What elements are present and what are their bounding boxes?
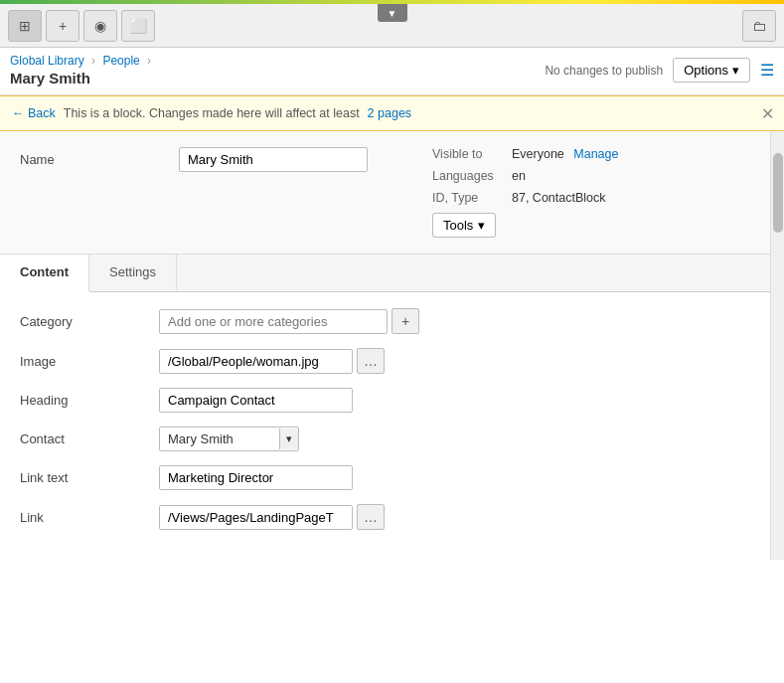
- folder-btn[interactable]: 🗀: [742, 10, 776, 42]
- grid-view-button[interactable]: ☰: [760, 61, 774, 80]
- link-input[interactable]: [159, 505, 353, 530]
- manage-link[interactable]: Manage: [573, 147, 618, 161]
- category-input-group: +: [159, 308, 419, 334]
- name-row: Name: [20, 147, 412, 172]
- image-input-group: …: [159, 348, 385, 374]
- contact-select-value: Mary Smith: [160, 427, 279, 450]
- image-label: Image: [20, 354, 159, 369]
- visible-value: Everyone Manage: [512, 147, 618, 161]
- link-browse-button[interactable]: …: [357, 504, 385, 530]
- languages-label: Languages: [432, 169, 512, 183]
- layout-btn[interactable]: ⬜: [121, 10, 155, 42]
- top-arrow-tab[interactable]: ▼: [378, 4, 407, 22]
- image-row: Image …: [20, 348, 750, 374]
- category-add-button[interactable]: +: [392, 308, 419, 334]
- heading-label: Heading: [20, 393, 159, 408]
- notice-pages-link[interactable]: 2 pages: [368, 106, 411, 120]
- scrollbar[interactable]: [770, 131, 784, 560]
- languages-row: Languages en: [432, 169, 750, 183]
- content-form: Category + Image … Heading: [0, 292, 770, 560]
- page-title: Mary Smith: [10, 70, 155, 86]
- name-label: Name: [20, 147, 179, 167]
- heading-input[interactable]: [159, 388, 353, 413]
- no-changes-label: No changes to publish: [545, 64, 663, 78]
- link-text-input[interactable]: [159, 465, 353, 490]
- id-type-label: ID, Type: [432, 191, 512, 205]
- notice-close-button[interactable]: ✕: [761, 104, 774, 123]
- visible-label: Visible to: [432, 147, 512, 161]
- link-label: Link: [20, 510, 159, 525]
- category-input[interactable]: [159, 309, 388, 334]
- id-type-value: 87, ContactBlock: [512, 191, 606, 205]
- image-input[interactable]: [159, 349, 353, 374]
- breadcrumb-global-library[interactable]: Global Library: [10, 54, 84, 68]
- contact-select[interactable]: Mary Smith ▾: [159, 427, 299, 451]
- scroll-thumb[interactable]: [773, 153, 783, 233]
- tab-content[interactable]: Content: [0, 255, 89, 292]
- title-bar-right: No changes to publish Options ▾ ☰: [545, 58, 774, 83]
- library-btn[interactable]: ⊞: [8, 10, 42, 42]
- visible-row: Visible to Everyone Manage: [432, 147, 750, 161]
- link-text-label: Link text: [20, 470, 159, 485]
- tools-button[interactable]: Tools ▾: [432, 213, 496, 238]
- image-browse-button[interactable]: …: [357, 348, 385, 374]
- heading-row: Heading: [20, 388, 750, 413]
- tab-settings[interactable]: Settings: [89, 255, 177, 291]
- content-area: Name Visible to Everyone Manage Langua: [0, 131, 770, 560]
- add-btn[interactable]: +: [46, 10, 79, 42]
- contact-label: Contact: [20, 431, 159, 446]
- title-bar: Global Library › People › Mary Smith No …: [0, 48, 784, 95]
- notice-text: This is a block. Changes made here will …: [64, 106, 360, 120]
- toolbar-left: ⊞ + ◉ ⬜: [8, 10, 155, 42]
- contact-row: Contact Mary Smith ▾: [20, 427, 750, 451]
- category-label: Category: [20, 314, 159, 329]
- toolbar-right: 🗀: [742, 10, 776, 42]
- tabs-bar: Content Settings: [0, 255, 770, 292]
- back-link[interactable]: ← Back: [12, 106, 56, 120]
- form-section: Name Visible to Everyone Manage Langua: [0, 131, 770, 255]
- breadcrumb: Global Library › People ›: [10, 54, 155, 68]
- options-button[interactable]: Options ▾: [673, 58, 750, 83]
- category-row: Category +: [20, 308, 750, 334]
- link-input-group: …: [159, 504, 385, 530]
- id-type-row: ID, Type 87, ContactBlock: [432, 191, 750, 205]
- breadcrumb-sep2: ›: [147, 54, 151, 68]
- preview-btn[interactable]: ◉: [83, 10, 117, 42]
- title-left: Global Library › People › Mary Smith: [10, 54, 155, 86]
- link-row: Link …: [20, 504, 750, 530]
- breadcrumb-sep1: ›: [91, 54, 95, 68]
- contact-select-arrow[interactable]: ▾: [279, 428, 298, 449]
- breadcrumb-people[interactable]: People: [102, 54, 139, 68]
- notice-bar: ← Back This is a block. Changes made her…: [0, 95, 784, 131]
- main-content: Name Visible to Everyone Manage Langua: [0, 131, 784, 560]
- languages-value: en: [512, 169, 526, 183]
- link-text-row: Link text: [20, 465, 750, 490]
- name-input[interactable]: [179, 147, 368, 172]
